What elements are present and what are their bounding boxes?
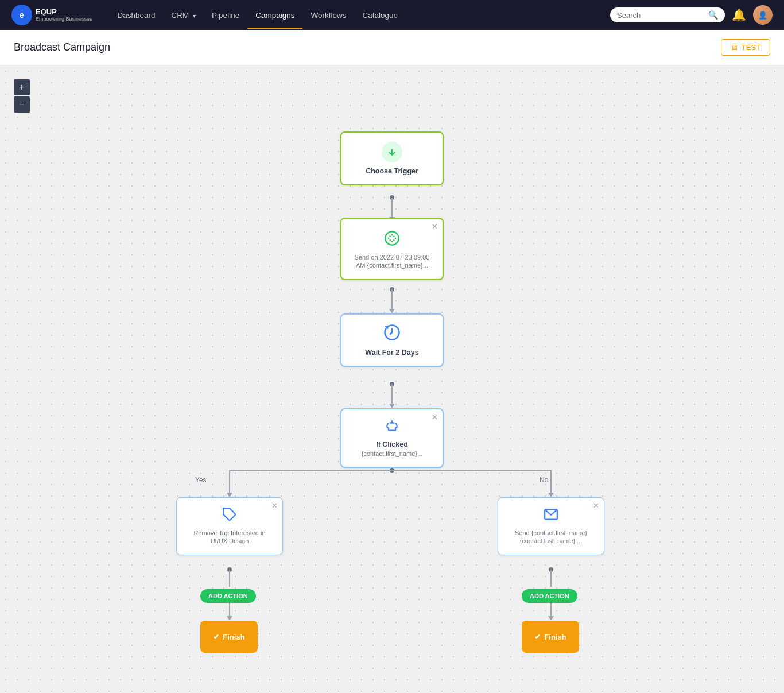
nav-links: Dashboard CRM ▾ Pipeline Campaigns Workf… [110,2,610,29]
svg-point-24 [385,231,398,245]
trigger-icon [382,142,402,162]
notification-bell-icon[interactable]: 🔔 [732,8,746,22]
wait-card[interactable]: Wait For 2 Days [340,313,444,367]
navbar: e EQUP Empowering Businesses Dashboard C… [0,0,784,30]
finish-right[interactable]: ✔ Finish [522,621,579,653]
svg-marker-8 [389,404,395,408]
wait-node[interactable]: Wait For 2 Days [340,313,444,367]
mail-icon [510,507,592,525]
flow-canvas: + − [0,65,784,693]
zoom-out-button[interactable]: − [14,96,30,113]
svg-point-0 [390,195,394,200]
action-left-close-icon[interactable]: ✕ [271,501,278,510]
search-input[interactable] [617,11,704,20]
action-right-label: Send {contact.first_name} {contact.last_… [510,529,592,545]
svg-marker-12 [227,493,232,497]
action-left-label: Remove Tag Interested in UI/UX Design [188,529,271,545]
action-left-card[interactable]: ✕ Remove Tag Interested in UI/UX Design [176,497,283,555]
trigger-node[interactable]: Choose Trigger [340,131,444,185]
svg-point-18 [549,567,553,572]
search-box[interactable]: 🔍 [610,7,725,22]
nav-dashboard[interactable]: Dashboard [110,2,164,29]
action-right-card[interactable]: ✕ Send {contact.first_name} {contact.las… [498,497,604,555]
finish-left-check-icon: ✔ [213,633,219,641]
nav-catalogue[interactable]: Catalogue [354,2,406,29]
test-button[interactable]: 🖥 TEST [721,39,770,56]
action-left-node[interactable]: ✕ Remove Tag Interested in UI/UX Design [176,497,283,555]
condition-card[interactable]: ✕ If Clicked {contact.first_name}... [340,408,444,468]
yes-label: Yes [195,476,207,484]
svg-point-16 [227,567,232,572]
finish-left-label: Finish [223,633,244,641]
nav-campaigns[interactable]: Campaigns [247,2,302,29]
svg-point-9 [390,468,394,473]
svg-marker-23 [548,616,554,621]
condition-close-icon[interactable]: ✕ [432,413,438,421]
add-action-right[interactable]: ADD ACTION [522,587,577,605]
page-header: Broadcast Campaign 🖥 TEST [0,30,784,65]
test-icon: 🖥 [731,43,738,52]
wait-icon [353,324,431,345]
condition-label: If Clicked [353,440,431,448]
wait-label: Wait For 2 Days [353,349,431,357]
finish-left[interactable]: ✔ Finish [200,621,258,653]
zoom-in-button[interactable]: + [14,79,30,95]
add-action-left[interactable]: ADD ACTION [200,587,256,605]
send-icon [382,228,402,249]
search-icon: 🔍 [708,10,718,20]
test-button-label: TEST [742,43,760,52]
svg-marker-15 [548,493,554,497]
logo-name: EQUP [36,8,92,16]
send-node[interactable]: ✕ Send on 2022-07-23 09:00 AM {contact.f… [340,218,444,280]
nav-crm[interactable]: CRM ▾ [164,2,204,29]
logo-icon: e [11,5,32,25]
send-card[interactable]: ✕ Send on 2022-07-23 09:00 AM {contact.f… [340,218,444,280]
condition-sub: {contact.first_name}... [353,450,431,458]
condition-node[interactable]: ✕ If Clicked {contact.first_name}... [340,408,444,468]
avatar[interactable]: 👤 [753,5,773,25]
crm-dropdown-arrow: ▾ [193,13,196,19]
condition-icon [353,419,431,437]
svg-point-6 [390,382,394,386]
tag-icon [188,507,271,525]
send-label: Send on 2022-07-23 09:00 AM {contact.fir… [353,253,431,270]
finish-left-button[interactable]: ✔ Finish [200,621,258,653]
no-label: No [540,476,548,484]
action-right-close-icon[interactable]: ✕ [593,501,599,510]
svg-point-3 [390,287,394,292]
zoom-controls: + − [14,79,30,113]
nav-right: 🔍 🔔 👤 [610,5,773,25]
logo[interactable]: e EQUP Empowering Businesses [11,5,92,25]
finish-right-check-icon: ✔ [534,633,541,641]
finish-right-label: Finish [544,633,566,641]
nav-pipeline[interactable]: Pipeline [204,2,247,29]
page-title: Broadcast Campaign [14,41,110,53]
nav-workflows[interactable]: Workflows [302,2,354,29]
add-action-right-button[interactable]: ADD ACTION [522,589,577,603]
svg-marker-21 [227,616,232,621]
logo-text-block: EQUP Empowering Businesses [36,8,92,22]
send-close-icon[interactable]: ✕ [432,222,438,231]
action-right-node[interactable]: ✕ Send {contact.first_name} {contact.las… [498,497,604,555]
add-action-left-button[interactable]: ADD ACTION [200,589,256,603]
logo-sub: Empowering Businesses [36,16,92,22]
trigger-card[interactable]: Choose Trigger [340,131,444,185]
svg-marker-5 [389,309,395,313]
trigger-label: Choose Trigger [353,167,431,175]
finish-right-button[interactable]: ✔ Finish [522,621,579,653]
